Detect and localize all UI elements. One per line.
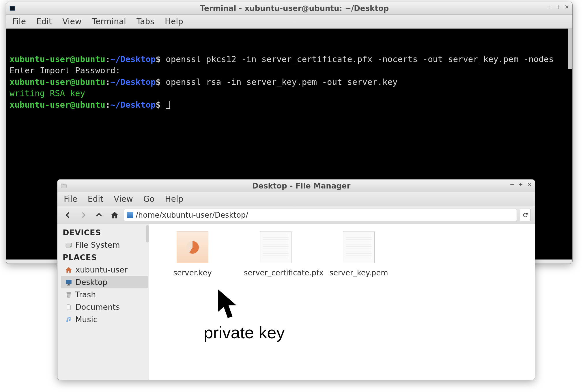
menu-view[interactable]: View — [114, 194, 133, 204]
sidebar-section-devices: DEVICES — [61, 226, 148, 239]
prompt-colon: : — [105, 54, 110, 64]
prompt-dollar: $ — [156, 54, 160, 64]
terminal-command-1: openssl pkcs12 -in server_certificate.pf… — [161, 54, 554, 64]
prompt-colon: : — [105, 100, 110, 110]
file-name: server_key.pem — [327, 268, 390, 277]
sidebar-label: Music — [75, 315, 98, 324]
sidebar-section-places: PLACES — [61, 251, 148, 264]
nav-home-button[interactable] — [108, 209, 121, 221]
terminal-cursor — [166, 101, 170, 109]
terminal-titlebar[interactable]: Terminal - xubuntu-user@ubuntu: ~/Deskto… — [6, 2, 572, 15]
documents-icon — [65, 303, 72, 311]
menu-tabs[interactable]: Tabs — [137, 17, 154, 26]
filemanager-app-icon — [60, 183, 68, 189]
desktop-icon — [65, 279, 72, 286]
prompt-user: xubuntu-user@ubuntu — [10, 77, 105, 87]
sidebar-label: xubuntu-user — [75, 265, 128, 274]
menu-file[interactable]: File — [12, 17, 26, 26]
arrow-left-icon — [63, 211, 72, 219]
menu-edit[interactable]: Edit — [88, 194, 103, 204]
file-manager-window: Desktop - File Manager − + × File Edit V… — [57, 179, 535, 380]
sidebar-label: Trash — [75, 290, 96, 299]
sidebar-label: Documents — [75, 303, 120, 311]
minimize-button[interactable]: − — [546, 4, 553, 10]
arrow-right-icon — [79, 211, 88, 219]
terminal-title: Terminal - xubuntu-user@ubuntu: ~/Deskto… — [16, 4, 572, 13]
home-icon — [110, 211, 119, 219]
nav-back-button[interactable] — [61, 209, 74, 221]
file-thumbnail — [177, 232, 208, 263]
file-name: server.key — [161, 268, 224, 277]
svg-rect-7 — [68, 284, 70, 285]
svg-point-5 — [70, 246, 71, 247]
sidebar-item-desktop[interactable]: Desktop — [61, 276, 148, 288]
window-controls: − + × — [509, 181, 532, 188]
sidebar: DEVICES File System PLACES xubuntu-user … — [57, 224, 149, 380]
filemanager-menubar: File Edit View Go Help — [57, 192, 535, 206]
svg-rect-9 — [67, 292, 71, 293]
filemanager-title: Desktop - File Manager — [68, 182, 535, 190]
maximize-button[interactable]: + — [517, 181, 524, 188]
file-item-server-key-pem[interactable]: server_key.pem — [327, 232, 390, 277]
minimize-button[interactable]: − — [509, 181, 515, 188]
terminal-output-1: Enter Import Password: — [10, 66, 120, 75]
terminal-app-icon — [8, 5, 16, 12]
svg-rect-8 — [67, 285, 70, 285]
filemanager-main: DEVICES File System PLACES xubuntu-user … — [57, 224, 535, 380]
drive-icon — [127, 212, 133, 218]
music-icon — [65, 316, 72, 323]
svg-rect-3 — [61, 184, 63, 185]
menu-help[interactable]: Help — [165, 194, 183, 204]
menu-file[interactable]: File — [64, 194, 77, 204]
home-icon — [65, 266, 72, 274]
file-name: server_certificate.pfx — [244, 268, 307, 277]
svg-rect-1 — [10, 6, 15, 10]
refresh-icon — [522, 212, 528, 218]
file-item-server-certificate-pfx[interactable]: server_certificate.pfx — [244, 232, 307, 277]
file-view[interactable]: server.key server_certificate.pfx server… — [149, 224, 535, 380]
terminal-command-2: openssl rsa -in server_key.pem -out serv… — [161, 77, 398, 87]
menu-view[interactable]: View — [62, 17, 81, 26]
sidebar-item-trash[interactable]: Trash — [61, 288, 148, 301]
sidebar-item-music[interactable]: Music — [61, 313, 148, 326]
prompt-dollar: $ — [156, 77, 160, 87]
file-thumbnail — [260, 232, 292, 263]
sidebar-item-documents[interactable]: Documents — [61, 301, 148, 313]
refresh-button[interactable] — [520, 209, 531, 221]
location-bar[interactable]: /home/xubuntu-user/Desktop/ — [124, 209, 517, 221]
file-thumbnail — [343, 232, 375, 263]
menu-help[interactable]: Help — [165, 17, 183, 26]
location-path: /home/xubuntu-user/Desktop/ — [136, 211, 248, 219]
sidebar-resize-handle[interactable] — [146, 225, 149, 242]
close-button[interactable]: × — [526, 181, 532, 188]
sidebar-label: Desktop — [75, 278, 107, 287]
window-controls: − + × — [546, 4, 570, 10]
terminal-scrollbar[interactable] — [568, 29, 572, 69]
prompt-user: xubuntu-user@ubuntu — [10, 54, 105, 64]
menu-terminal[interactable]: Terminal — [92, 17, 126, 26]
nav-up-button[interactable] — [93, 209, 105, 221]
maximize-button[interactable]: + — [555, 4, 561, 10]
file-item-server-key[interactable]: server.key — [161, 232, 224, 277]
close-button[interactable]: × — [564, 4, 570, 10]
prompt-colon: : — [105, 77, 110, 87]
menu-go[interactable]: Go — [143, 194, 155, 204]
prompt-dollar: $ — [156, 100, 160, 110]
disk-icon — [65, 241, 72, 249]
filemanager-titlebar[interactable]: Desktop - File Manager − + × — [57, 180, 535, 192]
arrow-up-icon — [95, 211, 103, 219]
svg-rect-6 — [66, 280, 72, 284]
prompt-user: xubuntu-user@ubuntu — [10, 100, 105, 110]
terminal-menubar: File Edit View Terminal Tabs Help — [6, 15, 572, 29]
filemanager-toolbar: /home/xubuntu-user/Desktop/ — [57, 206, 535, 224]
sidebar-label: File System — [75, 240, 120, 249]
trash-icon — [65, 291, 72, 298]
sidebar-item-filesystem[interactable]: File System — [61, 239, 148, 251]
sidebar-item-home[interactable]: xubuntu-user — [61, 264, 148, 276]
menu-edit[interactable]: Edit — [36, 17, 52, 26]
nav-forward-button[interactable] — [77, 209, 90, 221]
terminal-output-2: writing RSA key — [10, 88, 85, 98]
prompt-path: ~/Desktop — [110, 100, 156, 110]
prompt-path: ~/Desktop — [110, 77, 156, 87]
prompt-path: ~/Desktop — [110, 54, 156, 64]
